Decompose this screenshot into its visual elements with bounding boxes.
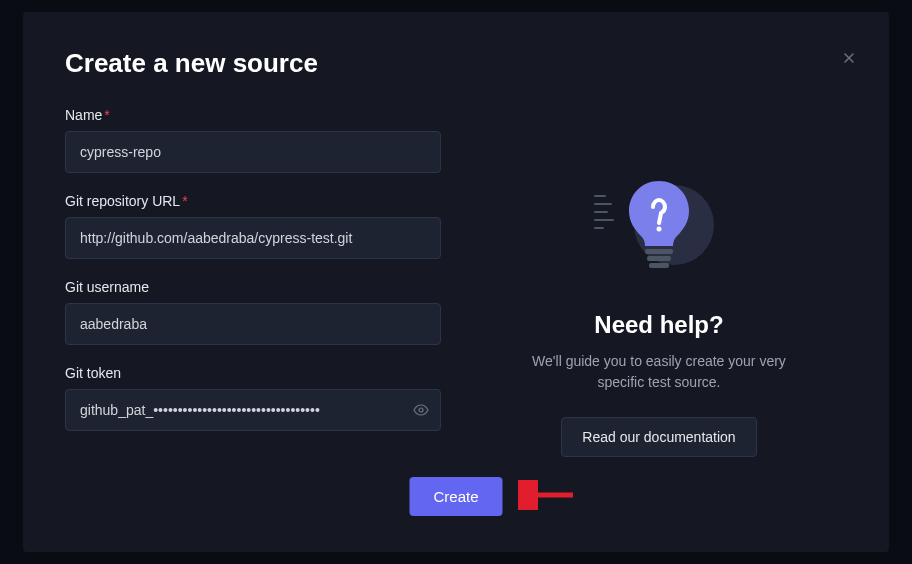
lightbulb-icon [623,177,695,277]
svg-point-1 [657,227,662,232]
svg-point-0 [419,408,423,412]
docs-button[interactable]: Read our documentation [561,417,756,457]
motion-lines [594,195,614,235]
svg-rect-2 [645,249,673,254]
form-group-git-username: Git username [65,279,441,345]
create-source-modal: Create a new source Name* Git repository… [23,12,889,552]
git-username-label: Git username [65,279,441,295]
help-section: Need help? We'll guide you to easily cre… [471,48,847,516]
create-button-wrapper: Create [409,477,502,516]
git-token-label: Git token [65,365,441,381]
svg-rect-4 [649,263,669,268]
required-marker: * [104,107,109,123]
help-description: We'll guide you to easily create your ve… [519,351,799,393]
modal-title: Create a new source [65,48,441,79]
create-button[interactable]: Create [409,477,502,516]
git-username-input[interactable] [65,303,441,345]
help-title: Need help? [594,311,723,339]
form-section: Create a new source Name* Git repository… [65,48,441,516]
eye-icon[interactable] [413,402,429,418]
bulb-illustration [599,167,719,287]
token-wrapper [65,389,441,431]
form-group-git-url: Git repository URL* [65,193,441,259]
name-label: Name* [65,107,441,123]
git-token-input[interactable] [65,389,441,431]
close-icon[interactable] [841,50,857,71]
git-url-input[interactable] [65,217,441,259]
required-marker: * [182,193,187,209]
form-group-name: Name* [65,107,441,173]
svg-rect-3 [647,256,671,261]
git-url-label: Git repository URL* [65,193,441,209]
name-input[interactable] [65,131,441,173]
form-group-git-token: Git token [65,365,441,431]
